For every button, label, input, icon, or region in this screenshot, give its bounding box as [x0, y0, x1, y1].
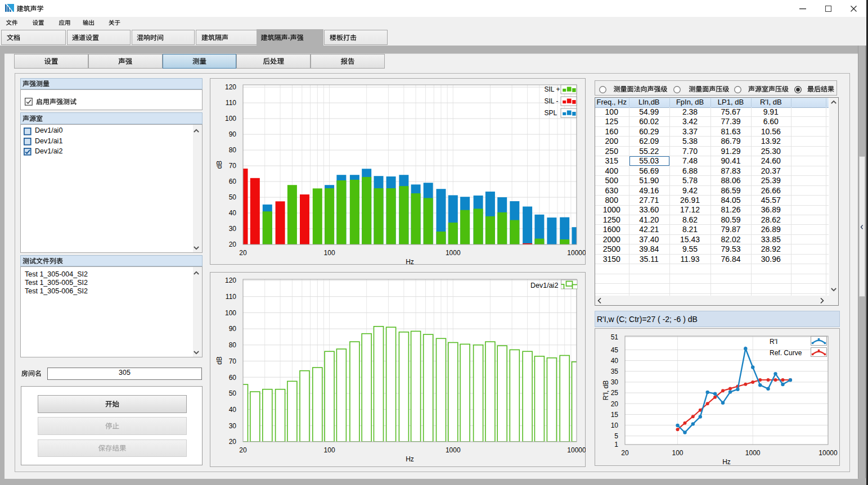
svg-text:Hz: Hz [406, 455, 414, 463]
svg-text:120: 120 [225, 83, 236, 91]
svg-text:20: 20 [229, 438, 237, 446]
svg-text:51: 51 [611, 333, 619, 341]
svg-text:60: 60 [229, 374, 237, 382]
svg-text:10000: 10000 [567, 249, 586, 257]
svg-text:40: 40 [611, 357, 619, 365]
svg-text:1000: 1000 [446, 249, 461, 257]
svg-text:80: 80 [229, 146, 237, 154]
svg-text:50: 50 [229, 193, 237, 201]
svg-text:110: 110 [226, 99, 236, 107]
svg-text:SIL -: SIL - [545, 97, 559, 105]
svg-text:90: 90 [229, 325, 237, 333]
svg-text:40: 40 [229, 406, 237, 414]
svg-text:50: 50 [229, 389, 237, 397]
svg-text:dB: dB [215, 161, 223, 169]
svg-text:10: 10 [611, 421, 619, 429]
svg-text:1: 1 [614, 441, 618, 448]
svg-text:110: 110 [226, 293, 236, 301]
svg-text:20: 20 [621, 449, 629, 457]
svg-text:120: 120 [225, 277, 236, 284]
svg-text:25: 25 [611, 389, 619, 397]
svg-text:Ref. Curve: Ref. Curve [770, 349, 802, 357]
svg-text:70: 70 [229, 162, 237, 170]
svg-text:30: 30 [229, 225, 237, 233]
svg-text:100: 100 [225, 309, 236, 317]
svg-text:45: 45 [611, 346, 619, 354]
svg-text:60: 60 [229, 178, 237, 185]
svg-text:100: 100 [324, 446, 335, 454]
svg-text:80: 80 [229, 341, 237, 349]
svg-text:SIL +: SIL + [545, 85, 560, 93]
svg-text:Dev1/ai2: Dev1/ai2 [530, 282, 558, 289]
svg-text:SPL: SPL [545, 109, 557, 117]
svg-text:35: 35 [611, 368, 619, 375]
svg-text:30: 30 [229, 422, 237, 430]
svg-text:20: 20 [611, 400, 619, 408]
svg-text:40: 40 [229, 209, 237, 217]
svg-text:15: 15 [611, 411, 619, 419]
svg-text:10000: 10000 [567, 446, 586, 454]
svg-text:20: 20 [239, 446, 247, 454]
svg-text:R'I, dB: R'I, dB [602, 380, 610, 401]
svg-text:20: 20 [229, 241, 237, 248]
svg-text:5: 5 [614, 432, 618, 440]
svg-text:100: 100 [324, 249, 335, 257]
svg-text:dB: dB [215, 356, 223, 365]
svg-text:100: 100 [225, 115, 236, 123]
svg-text:Hz: Hz [722, 458, 731, 466]
svg-text:1000: 1000 [446, 446, 461, 454]
svg-text:20: 20 [239, 249, 247, 257]
svg-text:100: 100 [672, 449, 683, 457]
svg-text:90: 90 [229, 130, 237, 138]
svg-text:1000: 1000 [745, 449, 761, 457]
svg-text:Hz: Hz [406, 258, 414, 265]
svg-text:10000: 10000 [818, 449, 838, 457]
svg-text:R'I: R'I [770, 338, 777, 346]
svg-text:70: 70 [229, 357, 237, 365]
svg-text:30: 30 [611, 378, 619, 386]
